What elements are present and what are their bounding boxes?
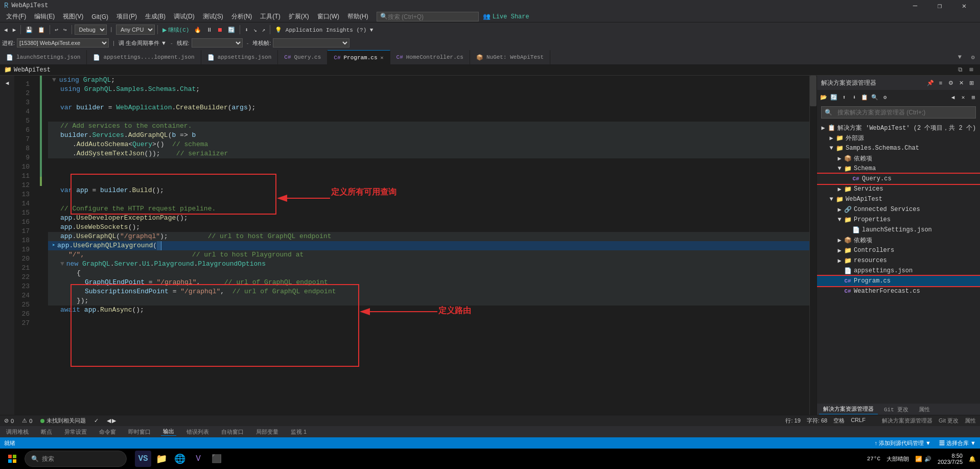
back-btn[interactable]: ◀ — [2, 24, 10, 35]
live-share-button[interactable]: 👥 Live Share — [483, 13, 529, 20]
panel-search-input[interactable] — [834, 107, 972, 118]
menu-item-tools[interactable]: 工具(T) — [256, 11, 284, 22]
debug-mode-select[interactable]: Debug — [75, 25, 107, 35]
vertical-scrollbar[interactable] — [809, 76, 816, 415]
save-btn[interactable]: 💾 — [24, 24, 35, 35]
stop-btn[interactable]: ⏹ — [215, 24, 225, 35]
redo-btn[interactable]: ↪ — [61, 24, 69, 35]
thread-select[interactable] — [192, 38, 243, 48]
pt-btn-6[interactable]: 🔍 — [870, 92, 879, 102]
solution-explorer-label[interactable]: 解决方案资源管理器 — [882, 417, 932, 425]
tab-close-icon[interactable]: ✕ — [381, 55, 384, 61]
menu-item-extensions[interactable]: 扩展(X) — [285, 11, 313, 22]
tree-item-launchsettings[interactable]: 📄 launchSettings.json — [817, 225, 980, 235]
menu-item-edit[interactable]: 编辑(E) — [30, 11, 59, 22]
pt-right-btn-1[interactable]: ◀ — [948, 92, 958, 102]
properties-label[interactable]: 属性 — [965, 417, 976, 425]
tree-item-properties[interactable]: ▼ 📁 Properties — [817, 215, 980, 225]
tree-item-solution[interactable]: ▶ 📋 解决方案 'WebApiTest' (2 个项目，共 2 个) — [817, 123, 980, 133]
tree-item-schema-folder[interactable]: ▼ 📁 Schema — [817, 163, 980, 174]
bottom-tab-breakpoints[interactable]: 断点 — [39, 428, 54, 436]
sidebar-collapse-btn[interactable]: ◀ — [2, 78, 12, 88]
menu-item-project[interactable]: 项目(P) — [112, 11, 141, 22]
schema-expand[interactable]: ▼ — [835, 165, 844, 173]
taskbar-search-box[interactable]: 🔍 搜索 — [25, 451, 127, 467]
taskbar-terminal-app[interactable]: ⬛ — [208, 451, 225, 467]
expand-editor-button[interactable]: ⊞ — [967, 65, 976, 75]
controllers-expand[interactable]: ▶ — [835, 246, 844, 254]
tab-launchsettings[interactable]: 📄 launchSettings.json — [0, 50, 87, 64]
new-tab-button[interactable]: ⚙ — [966, 50, 980, 64]
tree-item-resources[interactable]: ▶ 📁 resources — [817, 255, 980, 266]
bottom-tab-command[interactable]: 命令窗 — [97, 428, 118, 436]
menu-item-view[interactable]: 视图(V) — [59, 11, 87, 22]
process-select[interactable]: [15380] WebApiTest.exe — [17, 38, 109, 48]
tab-program[interactable]: C# Program.cs ✕ — [328, 50, 390, 64]
taskbar-file-explorer[interactable]: 📁 — [153, 451, 170, 467]
deps1-expand[interactable]: ▶ — [835, 154, 844, 162]
tree-item-services[interactable]: ▶ 📁 Services — [817, 184, 980, 194]
taskbar-vs-purple[interactable]: V — [190, 451, 206, 467]
stackframe-select[interactable] — [273, 38, 349, 48]
add-to-source[interactable]: ↑ 添加到源代码管理 ▼ — [875, 439, 931, 447]
taskbar-edge-app[interactable]: 🌐 — [172, 451, 188, 467]
platform-select[interactable]: Any CPU — [116, 25, 155, 35]
menu-item-window[interactable]: 窗口(W) — [313, 11, 343, 22]
collapse-all-button[interactable]: ≡ — [936, 78, 945, 87]
pt-btn-3[interactable]: ⬆ — [839, 92, 849, 102]
connected-expand[interactable]: ▶ — [835, 205, 844, 214]
deps2-expand[interactable]: ▶ — [835, 236, 844, 244]
bottom-tab-output[interactable]: 输出 — [161, 428, 176, 436]
restore-button[interactable]: ❐ — [928, 0, 951, 11]
panel-close-button[interactable]: ✕ — [956, 78, 966, 87]
stepinto-btn[interactable]: ↘ — [251, 24, 259, 35]
tabs-more-button[interactable]: ▼ — [954, 50, 966, 64]
tree-item-webapitest-deps[interactable]: ▶ 📦 依赖项 — [817, 235, 980, 245]
pt-btn-4[interactable]: ⬇ — [850, 92, 859, 102]
play-button[interactable]: ▶ 继续(C) — [160, 24, 191, 35]
bottom-tab-watch1[interactable]: 监视 1 — [289, 428, 309, 436]
right-tab-git[interactable]: Git 更改 — [880, 404, 913, 414]
right-tab-solution-explorer[interactable]: 解决方案资源管理器 — [819, 404, 878, 414]
stepout-btn[interactable]: ↗ — [260, 24, 268, 35]
tab-appsettings-dev[interactable]: 📄 appsettings....lopment.json — [87, 50, 201, 64]
tab-nuget[interactable]: 📦 NuGet: WebApiTest — [470, 50, 550, 64]
samples-expand[interactable]: ▼ — [827, 144, 835, 152]
windows-start-button[interactable] — [4, 451, 20, 467]
menu-item-help[interactable]: 帮助(H) — [343, 11, 372, 22]
git-label[interactable]: Git 更改 — [939, 417, 959, 425]
menu-item-build[interactable]: 生成(B) — [141, 11, 170, 22]
menu-item-debug[interactable]: 调试(D) — [170, 11, 199, 22]
pt-right-btn-3[interactable]: ⊞ — [969, 92, 978, 102]
save-all-btn[interactable]: 📋 — [36, 24, 47, 35]
panel-float-button[interactable]: ⊞ — [967, 78, 976, 87]
forward-btn[interactable]: ▶ — [11, 24, 18, 35]
scrollbar-thumb[interactable] — [810, 76, 816, 106]
hot-reload-btn[interactable]: 🔥 — [192, 24, 203, 35]
tree-item-samples-project[interactable]: ▼ 📁 Samples.Schemas.Chat — [817, 143, 980, 153]
split-editor-button[interactable]: ⧉ — [955, 65, 965, 75]
tree-item-programcs[interactable]: C# Program.cs — [817, 276, 980, 286]
stepover-btn[interactable]: ⬇ — [243, 24, 250, 35]
tree-item-ext[interactable]: ▶ 📁 外部源 — [817, 133, 980, 143]
right-tab-properties[interactable]: 属性 — [915, 404, 934, 414]
insights-btn[interactable]: 💡 Application Insights (?) ▼ — [273, 24, 375, 35]
menu-search-box[interactable]: 🔍 — [377, 12, 479, 21]
tree-item-querycs[interactable]: C# Query.cs — [817, 174, 980, 184]
menu-item-test[interactable]: 测试(S) — [199, 11, 227, 22]
menu-search-input[interactable] — [388, 13, 470, 20]
solution-expand[interactable]: ▶ — [819, 124, 827, 132]
tab-appsettings[interactable]: 📄 appsettings.json — [201, 50, 278, 64]
close-button[interactable]: ✕ — [952, 0, 976, 11]
code-editor[interactable]: ▼ using GraphQL; using GraphQL.Samples.S… — [46, 76, 809, 415]
bottom-tab-errors[interactable]: 错误列表 — [184, 428, 211, 436]
select-items[interactable]: ☰ 选择合库 ▼ — [939, 439, 976, 447]
bottom-tab-immediate[interactable]: 即时窗口 — [126, 428, 153, 436]
bottom-tab-locals[interactable]: 局部变量 — [254, 428, 281, 436]
tree-item-controllers[interactable]: ▶ 📁 Controllers — [817, 245, 980, 255]
bottom-tab-autos[interactable]: 自动窗口 — [219, 428, 246, 436]
panel-settings-button[interactable]: ⚙ — [946, 78, 955, 87]
tab-query[interactable]: C# Query.cs — [278, 50, 328, 64]
tree-item-weatherforecast[interactable]: C# WeatherForecast.cs — [817, 286, 980, 296]
restart-btn[interactable]: 🔄 — [226, 24, 237, 35]
